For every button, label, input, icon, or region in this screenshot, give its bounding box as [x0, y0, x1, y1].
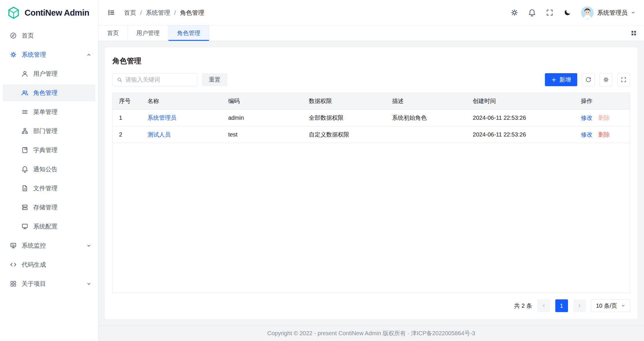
menu-fold-icon: [107, 9, 115, 16]
sidebar-item-code-generation[interactable]: 代码生成: [3, 256, 95, 273]
pagination-page-button[interactable]: 1: [555, 299, 568, 312]
chevron-down-icon: [86, 281, 91, 286]
fullscreen-button[interactable]: [546, 9, 554, 16]
sidebar-item-label: 菜单管理: [33, 108, 91, 116]
table-cell-actions: 修改删除: [574, 126, 630, 143]
sidebar-item-home[interactable]: 首页: [3, 27, 95, 44]
app-logo: ContiNew Admin: [0, 0, 98, 25]
settings-button[interactable]: [511, 9, 518, 16]
table-cell-no: 2: [113, 126, 141, 143]
pagination: 共 2 条 1 10 条/页: [112, 299, 630, 312]
reset-button[interactable]: 重置: [202, 73, 227, 86]
notifications-button[interactable]: [528, 9, 536, 16]
sidebar-item-label: 部门管理: [33, 127, 91, 135]
sidebar-collapse-button[interactable]: [105, 6, 118, 19]
monitor-icon: [10, 242, 17, 249]
chevron-down-icon: [631, 10, 635, 15]
column-header-1: 名称: [141, 93, 222, 109]
breadcrumb-separator: /: [174, 9, 176, 16]
tab-label: 角色管理: [177, 29, 200, 37]
user-menu[interactable]: 系统管理员: [581, 6, 635, 19]
delete-action-link[interactable]: 删除: [598, 115, 610, 121]
gear-icon: [10, 51, 17, 58]
sidebar-item-notice[interactable]: 通知公告: [3, 161, 95, 178]
table-cell-actions: 修改删除: [574, 109, 630, 126]
config-monitor-icon: [21, 223, 28, 230]
tab-label: 用户管理: [136, 29, 159, 37]
table-body: 1系统管理员admin全部数据权限系统初始角色2024-06-11 22:53:…: [113, 109, 630, 143]
menu-list-icon: [21, 108, 28, 115]
sidebar-item-role-management[interactable]: 角色管理: [3, 84, 95, 101]
table-cell-scope: 全部数据权限: [302, 109, 386, 126]
search-icon: [117, 77, 123, 83]
sidebar-item-storage-management[interactable]: 存储管理: [3, 199, 95, 216]
sidebar-item-system-monitor[interactable]: 系统监控: [3, 237, 95, 254]
search-box: [112, 73, 197, 86]
pagination-next-button[interactable]: [573, 299, 586, 312]
sidebar-item-file-management[interactable]: 文件管理: [3, 180, 95, 197]
user-icon: [21, 70, 28, 77]
table-settings-button[interactable]: [600, 73, 613, 86]
sidebar-item-system-management[interactable]: 系统管理: [3, 46, 95, 63]
logo-icon: [7, 6, 20, 19]
breadcrumb-item-1[interactable]: 系统管理: [146, 9, 170, 17]
refresh-button[interactable]: [582, 73, 595, 86]
edit-action-link[interactable]: 修改: [581, 131, 592, 138]
fullscreen-icon: [546, 9, 554, 16]
topbar-actions: 系统管理员: [511, 6, 635, 19]
breadcrumb-item-2[interactable]: 角色管理: [180, 9, 204, 17]
plus-icon: [551, 77, 556, 82]
dark-mode-button[interactable]: [563, 9, 571, 16]
sidebar-item-label: 用户管理: [33, 70, 91, 78]
pagination-total: 共 2 条: [514, 302, 532, 310]
table-cell-desc: [386, 126, 466, 143]
edit-action-link[interactable]: 修改: [581, 115, 592, 121]
add-button-label: 新增: [559, 76, 571, 84]
sidebar-item-menu-management[interactable]: 菜单管理: [3, 104, 95, 120]
expand-icon: [621, 77, 627, 83]
file-icon: [21, 185, 28, 192]
sidebar: ContiNew Admin 首页 系统管理 用户管理 角色管理 菜单管理 部门…: [0, 0, 99, 341]
table-cell-created: 2024-06-11 22:53:26: [466, 109, 574, 126]
tab-bar-extra: [630, 25, 644, 41]
app-title: ContiNew Admin: [25, 8, 89, 18]
copyright-text: Copyright © 2022 - present ContiNew Admi…: [267, 329, 475, 337]
sidebar-item-user-management[interactable]: 用户管理: [3, 65, 95, 82]
tab-role-management[interactable]: 角色管理: [168, 25, 209, 41]
table-cell-no: 1: [113, 109, 141, 126]
role-name-link[interactable]: 系统管理员: [147, 115, 176, 121]
pagination-prev-button[interactable]: [537, 299, 550, 312]
search-input[interactable]: [125, 76, 193, 83]
tab-bar: 首页 用户管理 角色管理: [99, 25, 644, 41]
sidebar-menu: 首页 系统管理 用户管理 角色管理 菜单管理 部门管理 字典管理 通知公告 文件…: [0, 25, 98, 341]
chevron-left-icon: [541, 303, 546, 308]
org-tree-icon: [21, 128, 28, 134]
sidebar-item-dict-management[interactable]: 字典管理: [3, 142, 95, 158]
table-cell-code: admin: [222, 109, 302, 126]
column-header-6: 操作: [574, 93, 630, 109]
page-size-select[interactable]: 10 条/页: [591, 299, 630, 312]
role-name-link[interactable]: 测试人员: [147, 131, 170, 138]
topbar: 首页/系统管理/角色管理: [99, 0, 644, 25]
breadcrumb-item-0[interactable]: 首页: [124, 9, 136, 17]
grid-icon[interactable]: [630, 30, 637, 36]
sidebar-item-label: 代码生成: [22, 261, 91, 269]
delete-action-link[interactable]: 删除: [598, 131, 610, 138]
toolbar: 重置 新增: [112, 73, 630, 86]
page-title: 角色管理: [112, 56, 630, 66]
add-button[interactable]: 新增: [545, 73, 577, 86]
sidebar-item-label: 系统管理: [22, 51, 86, 59]
sidebar-item-dept-management[interactable]: 部门管理: [3, 123, 95, 139]
tab-home[interactable]: 首页: [99, 25, 128, 41]
tab-user-management[interactable]: 用户管理: [128, 25, 168, 41]
bell-icon: [528, 9, 536, 16]
users-icon: [21, 89, 28, 96]
user-name: 系统管理员: [597, 9, 628, 17]
table-header-row: 序号名称编码数据权限描述创建时间操作: [113, 93, 630, 109]
sidebar-item-label: 角色管理: [33, 89, 91, 97]
table-fullscreen-button[interactable]: [617, 73, 630, 86]
chevron-right-icon: [577, 303, 582, 308]
sidebar-item-label: 关于项目: [22, 280, 86, 288]
sidebar-item-system-config[interactable]: 系统配置: [3, 218, 95, 235]
sidebar-item-about-project[interactable]: 关于项目: [3, 275, 95, 292]
